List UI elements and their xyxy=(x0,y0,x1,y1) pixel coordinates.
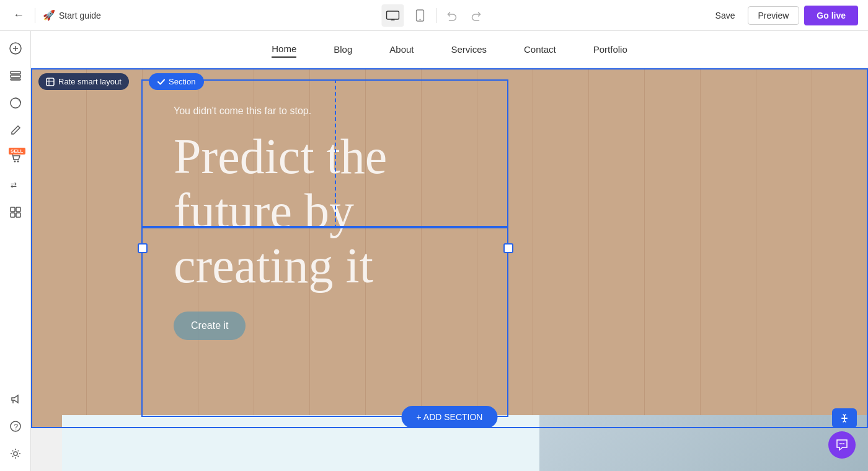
redo-icon xyxy=(471,10,482,21)
expand-icon xyxy=(839,413,849,423)
svg-point-22 xyxy=(14,452,17,455)
canvas: Home Blog About Services Contact Portfol… xyxy=(31,31,868,471)
sidebar-add-button[interactable] xyxy=(3,36,28,61)
topbar-center xyxy=(382,4,487,27)
add-section-button[interactable]: + ADD SECTION xyxy=(402,406,498,428)
nav-portfolio[interactable]: Portfolio xyxy=(593,42,627,57)
hero-subtitle: You didn't come this far to stop. xyxy=(174,105,490,117)
help-icon: ? xyxy=(9,420,22,433)
svg-text:?: ? xyxy=(14,423,18,431)
desktop-view-button[interactable] xyxy=(382,4,404,27)
divider xyxy=(436,8,437,23)
golive-button[interactable]: Go live xyxy=(804,6,858,25)
announce-icon xyxy=(9,393,22,405)
layers-icon xyxy=(9,70,22,81)
svg-text:⇄: ⇄ xyxy=(11,181,17,189)
topbar: ← 🚀 Start guide xyxy=(0,0,868,31)
sidebar-translate-button[interactable]: ⇄ xyxy=(3,173,28,197)
resize-handle-left[interactable] xyxy=(138,243,148,253)
settings-icon xyxy=(9,447,22,460)
svg-point-13 xyxy=(17,161,19,163)
sidebar-announce-button[interactable] xyxy=(3,387,28,411)
svg-rect-16 xyxy=(16,207,20,212)
nav-services[interactable]: Services xyxy=(451,42,487,57)
svg-point-26 xyxy=(839,443,841,444)
svg-rect-17 xyxy=(11,213,15,217)
translate-icon: ⇄ xyxy=(9,179,22,191)
stripe-10 xyxy=(533,68,589,428)
section-badge[interactable]: Section xyxy=(149,73,204,90)
checkmark-icon xyxy=(157,79,165,85)
svg-rect-8 xyxy=(11,71,20,74)
chat-icon xyxy=(835,438,849,452)
svg-point-4 xyxy=(420,19,421,20)
svg-point-28 xyxy=(843,443,844,444)
svg-rect-15 xyxy=(11,207,15,212)
undo-icon xyxy=(446,10,458,21)
stripe-14 xyxy=(756,68,812,428)
sell-badge: SELL xyxy=(9,148,25,155)
svg-point-12 xyxy=(14,161,16,163)
start-guide-button[interactable]: 🚀 Start guide xyxy=(43,9,101,21)
topbar-right: Save Preview Go live xyxy=(708,6,858,25)
sidebar-help-button[interactable]: ? xyxy=(3,414,28,439)
widget-icon xyxy=(9,206,22,218)
nav-about[interactable]: About xyxy=(389,42,414,57)
edit-icon xyxy=(10,125,21,136)
sidebar-edit-button[interactable] xyxy=(3,118,28,143)
stripe-12 xyxy=(645,68,701,428)
hero-title: Predict the future by creating it xyxy=(174,129,490,293)
expand-button[interactable] xyxy=(832,408,857,428)
back-button[interactable]: ← xyxy=(10,7,27,24)
stripe-11 xyxy=(589,68,645,428)
sidebar-layers-button[interactable] xyxy=(3,63,28,88)
undo-button[interactable] xyxy=(442,6,462,25)
svg-rect-0 xyxy=(387,11,399,19)
palette-icon xyxy=(9,97,22,109)
nav-contact[interactable]: Contact xyxy=(524,42,556,57)
hero-content: You didn't come this far to stop. Predic… xyxy=(31,68,515,365)
sidebar-sell-button[interactable]: SELL xyxy=(3,145,28,170)
rate-badge-label: Rate smart layout xyxy=(58,77,122,86)
svg-rect-18 xyxy=(16,213,20,217)
nav-home[interactable]: Home xyxy=(272,41,296,58)
nav-blog[interactable]: Blog xyxy=(334,42,352,57)
divider xyxy=(35,8,35,23)
svg-rect-9 xyxy=(11,75,20,78)
start-guide-label: Start guide xyxy=(59,11,101,20)
chat-bubble[interactable] xyxy=(828,431,856,459)
mobile-view-button[interactable] xyxy=(409,4,432,27)
bottom-preview-image xyxy=(539,415,868,471)
layout-icon xyxy=(46,78,55,86)
svg-rect-10 xyxy=(11,79,20,80)
sidebar: SELL ⇄ ? xyxy=(0,31,31,471)
resize-handle-right[interactable] xyxy=(503,243,513,253)
save-button[interactable]: Save xyxy=(708,7,743,24)
rocket-icon: 🚀 xyxy=(43,9,55,21)
section-badge-label: Section xyxy=(169,77,195,86)
add-section-label: + ADD SECTION xyxy=(417,412,483,422)
svg-point-27 xyxy=(841,443,843,444)
sidebar-theme-button[interactable] xyxy=(3,91,28,115)
sidebar-settings-button[interactable] xyxy=(3,441,28,466)
site-navigation: Home Blog About Services Contact Portfol… xyxy=(31,31,868,68)
hero-cta-button[interactable]: Create it xyxy=(174,312,246,340)
stripe-13 xyxy=(701,68,756,428)
rate-smart-layout-badge[interactable]: Rate smart layout xyxy=(38,73,129,90)
svg-rect-23 xyxy=(46,78,54,86)
preview-button[interactable]: Preview xyxy=(748,6,800,25)
topbar-left: ← 🚀 Start guide xyxy=(10,7,101,24)
hero-section[interactable]: You didn't come this far to stop. Predic… xyxy=(31,68,868,428)
sidebar-widget-button[interactable] xyxy=(3,200,28,225)
redo-button[interactable] xyxy=(467,6,487,25)
stripe-15 xyxy=(812,68,868,428)
plus-icon xyxy=(9,42,22,55)
mobile-icon xyxy=(416,9,425,22)
desktop-icon xyxy=(386,11,400,20)
